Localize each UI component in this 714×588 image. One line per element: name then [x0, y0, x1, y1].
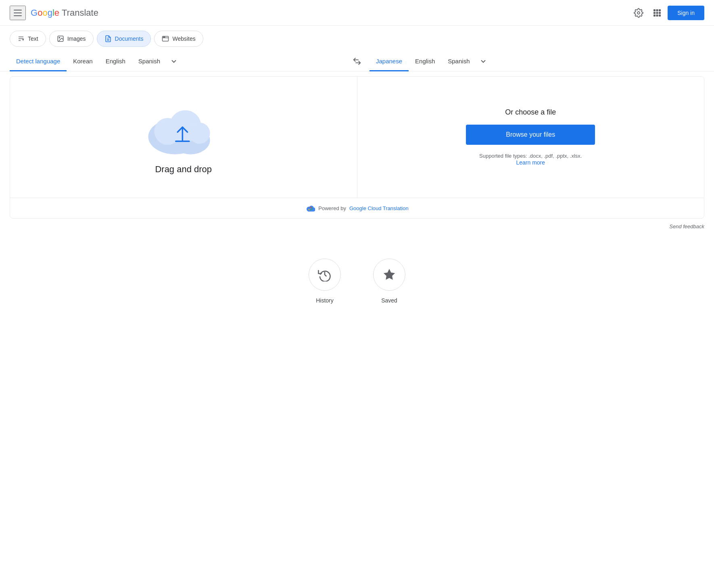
hamburger-menu[interactable] — [10, 6, 26, 20]
powered-by-bar: Powered by Google Cloud Translation — [10, 198, 704, 218]
source-lang-korean[interactable]: Korean — [67, 52, 99, 71]
choose-file-side: Or choose a file Browse your files Suppo… — [357, 77, 704, 198]
google-cloud-icon — [305, 204, 315, 212]
target-lang-side: Japanese English Spanish — [370, 52, 704, 71]
supported-types-block: Supported file types: .docx, .pdf, .pptx… — [479, 153, 582, 166]
browse-files-button[interactable]: Browse your files — [466, 125, 595, 145]
google-cloud-link[interactable]: Google Cloud Translation — [349, 205, 409, 211]
svg-point-16 — [163, 37, 164, 38]
svg-point-0 — [637, 12, 640, 14]
history-label: History — [316, 297, 334, 304]
documents-icon — [104, 35, 112, 42]
svg-rect-4 — [653, 12, 656, 14]
svg-point-17 — [165, 37, 165, 38]
saved-item[interactable]: Saved — [373, 259, 405, 304]
grid-icon — [653, 9, 661, 17]
powered-by-text: Powered by — [318, 205, 346, 211]
tab-images[interactable]: Images — [49, 31, 94, 47]
svg-rect-7 — [653, 15, 656, 17]
tab-websites-label: Websites — [172, 35, 195, 42]
svg-rect-6 — [659, 12, 661, 14]
history-item[interactable]: History — [309, 259, 341, 304]
tab-text[interactable]: Text — [10, 31, 46, 47]
learn-more-link[interactable]: Learn more — [516, 159, 545, 166]
header: Google Translate Sign in — [0, 0, 714, 26]
svg-rect-8 — [656, 15, 658, 17]
drag-drop-text: Drag and drop — [155, 164, 212, 175]
websites-icon — [162, 35, 169, 42]
text-icon — [17, 35, 25, 42]
tab-images-label: Images — [67, 35, 86, 42]
gear-icon — [634, 8, 643, 18]
translate-inner: Drag and drop Or choose a file Browse yo… — [10, 77, 704, 198]
header-left: Google Translate — [10, 6, 98, 20]
target-lang-spanish[interactable]: Spanish — [441, 52, 476, 71]
source-lang-side: Detect language Korean English Spanish — [10, 52, 344, 71]
language-bar: Detect language Korean English Spanish J… — [0, 52, 714, 71]
main-content: Drag and drop Or choose a file Browse yo… — [0, 76, 714, 219]
star-icon — [382, 268, 396, 281]
settings-button[interactable] — [630, 5, 647, 21]
tab-text-label: Text — [28, 35, 38, 42]
logo-google: Google — [31, 8, 59, 18]
svg-rect-9 — [659, 15, 661, 17]
source-lang-detect[interactable]: Detect language — [10, 52, 67, 71]
sign-in-button[interactable]: Sign in — [668, 6, 704, 20]
apps-button[interactable] — [650, 6, 664, 20]
target-lang-more-button[interactable] — [476, 52, 491, 71]
history-circle[interactable] — [309, 259, 341, 291]
swap-languages-button[interactable] — [344, 54, 370, 69]
saved-label: Saved — [381, 297, 397, 304]
chevron-down-icon-2 — [479, 57, 487, 65]
source-lang-english[interactable]: English — [99, 52, 132, 71]
bottom-section: History Saved — [0, 234, 714, 320]
images-icon — [57, 35, 64, 42]
feedback-row: Send feedback — [0, 219, 714, 234]
translate-box: Drag and drop Or choose a file Browse yo… — [10, 76, 704, 219]
saved-circle[interactable] — [373, 259, 405, 291]
or-choose-file-text: Or choose a file — [505, 108, 556, 117]
target-lang-japanese[interactable]: Japanese — [370, 52, 409, 71]
history-icon — [318, 268, 332, 281]
svg-rect-3 — [659, 9, 661, 11]
tabs-row: Text Images Documents — [0, 26, 714, 52]
tab-documents[interactable]: Documents — [97, 31, 151, 47]
target-lang-english[interactable]: English — [409, 52, 441, 71]
cloud-upload-icon — [143, 100, 224, 156]
tab-websites[interactable]: Websites — [154, 31, 203, 47]
supported-types-text: Supported file types: .docx, .pdf, .pptx… — [479, 153, 582, 159]
source-lang-spanish[interactable]: Spanish — [132, 52, 167, 71]
svg-rect-2 — [656, 9, 658, 11]
svg-point-22 — [189, 123, 210, 144]
svg-marker-25 — [384, 269, 395, 280]
svg-point-11 — [59, 37, 60, 38]
logo-translate-text: Translate — [62, 8, 98, 18]
swap-icon — [353, 57, 361, 66]
chevron-down-icon — [170, 57, 178, 65]
header-right: Sign in — [630, 5, 704, 21]
tab-documents-label: Documents — [115, 35, 144, 42]
logo: Google Translate — [31, 8, 98, 18]
source-lang-more-button[interactable] — [167, 52, 181, 71]
svg-rect-5 — [656, 12, 658, 14]
svg-rect-1 — [653, 9, 656, 11]
drop-zone[interactable]: Drag and drop — [10, 77, 357, 198]
send-feedback-link[interactable]: Send feedback — [669, 223, 704, 229]
